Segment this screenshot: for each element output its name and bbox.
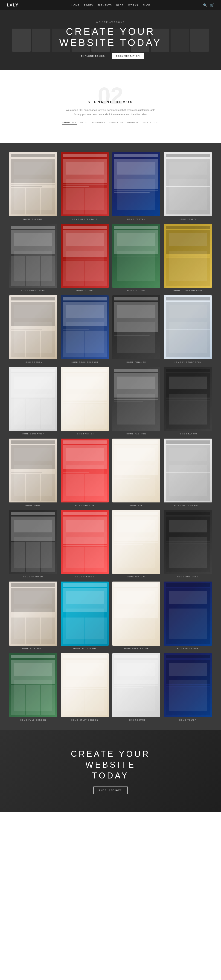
demo-thumb-inner (61, 295, 109, 359)
demo-card[interactable]: HOME RESUME (112, 653, 160, 721)
demo-card[interactable]: HOME PHOTOGRAPHY (164, 295, 212, 363)
demo-thumb-inner (9, 224, 57, 288)
demo-card[interactable]: HOME MAGAZINE (164, 582, 212, 649)
demo-card[interactable]: HOME FINANCE (112, 295, 160, 363)
demo-card-label: HOME SHOP (9, 504, 57, 506)
demo-thumb-inner (9, 367, 57, 431)
demo-thumbnail (61, 295, 109, 359)
demo-thumbnail (112, 439, 160, 503)
demo-thumb-inner (112, 510, 160, 574)
demo-thumb-inner (164, 653, 212, 717)
cta-title: CREATE YOUR WEBSITE TODAY (9, 749, 212, 781)
demo-thumbnail (9, 224, 57, 288)
demo-thumbnail (112, 510, 160, 574)
demo-card-label: HOME FULL SCREEN (9, 719, 57, 721)
demo-card[interactable]: HOME RESTAURANT (61, 152, 109, 220)
demo-card[interactable]: HOME CORPORATE (9, 224, 57, 292)
demo-card-label: HOME AGENCY (9, 361, 57, 363)
filter-minimal[interactable]: MINIMAL (127, 121, 139, 124)
nav-icons: 🔍 🛒 (203, 3, 214, 7)
demo-card[interactable]: HOME STARTUP (164, 367, 212, 435)
demo-thumb-inner (9, 152, 57, 216)
filter-portfolio[interactable]: PORTFOLIO (142, 121, 159, 124)
demo-thumbnail (61, 152, 109, 216)
demo-card-label: HOME MINIMAL (112, 576, 160, 578)
hero-section: WE ARE AWESOME CREATE YOUR WEBSITE TODAY… (0, 10, 221, 70)
explore-demos-button[interactable]: EXPLORE DEMOS (77, 53, 109, 59)
demo-thumbnail (61, 439, 109, 503)
nav-elements[interactable]: ELEMENTS (97, 4, 112, 7)
demo-card[interactable]: HOME CONSTRUCTION (164, 224, 212, 292)
demo-thumb-inner (164, 152, 212, 216)
demo-card[interactable]: HOME SPLIT SCREEN (61, 653, 109, 721)
demo-card[interactable]: HOME FASHION (61, 367, 109, 435)
filter-all[interactable]: SHOW ALL (62, 121, 77, 124)
demo-thumbnail (112, 367, 160, 431)
nav-pages[interactable]: PAGES (84, 4, 93, 7)
demo-thumbnail (112, 295, 160, 359)
navbar: LVLY HOME PAGES ELEMENTS BLOG WORKS SHOP… (0, 0, 221, 10)
demo-card[interactable]: HOME ARCHITECTURE (61, 295, 109, 363)
demo-card[interactable]: HOME STUDIO (112, 224, 160, 292)
nav-links: HOME PAGES ELEMENTS BLOG WORKS SHOP (72, 3, 150, 7)
demo-card[interactable]: HOME CLASSIC (9, 152, 57, 220)
demo-card[interactable]: HOME HEALTH (164, 152, 212, 220)
demo-card[interactable]: HOME TOWER (164, 653, 212, 721)
demo-thumbnail (61, 367, 109, 431)
logo[interactable]: LVLY (7, 3, 19, 8)
demo-thumbnail (164, 295, 212, 359)
demo-card[interactable]: HOME FASHION (112, 367, 160, 435)
search-icon[interactable]: 🔍 (203, 3, 207, 7)
nav-home[interactable]: HOME (72, 4, 79, 7)
demo-card[interactable]: HOME AGENCY (9, 295, 57, 363)
demo-card[interactable]: HOME BUSINESS (164, 510, 212, 578)
demo-card-label: HOME CLASSIC (9, 218, 57, 220)
filter-blog[interactable]: BLOG (81, 121, 88, 124)
demo-card[interactable]: HOME SHOP (9, 439, 57, 506)
demo-thumbnail (112, 152, 160, 216)
demos-intro-section: 02 STUNNING DEMOS We crafted 30+ homepag… (0, 70, 221, 143)
demo-thumbnail (61, 582, 109, 646)
hero-bg-thumb (32, 29, 51, 52)
demo-thumb-inner (164, 224, 212, 288)
demo-grid-section: HOME CLASSIC HOME RESTAURANT HOME TRAVEL… (0, 143, 221, 730)
demo-thumbnail (9, 152, 57, 216)
demo-card[interactable]: HOME MINIMAL (112, 510, 160, 578)
demo-card-label: HOME MAGAZINE (164, 648, 212, 649)
demo-thumbnail (9, 653, 57, 717)
demo-thumbnail (164, 510, 212, 574)
filter-tabs: SHOW ALL BLOG BUSINESS CREATIVE MINIMAL … (9, 121, 212, 124)
nav-works[interactable]: WORKS (128, 4, 138, 7)
demo-card[interactable]: HOME STARTER (9, 510, 57, 578)
demo-card[interactable]: HOME EDUCATION (9, 367, 57, 435)
demo-card[interactable]: HOME MUSIC (61, 224, 109, 292)
demo-thumb-inner (9, 582, 57, 646)
documentation-button[interactable]: DOCUMENTATION (112, 53, 144, 59)
filter-business[interactable]: BUSINESS (92, 121, 106, 124)
nav-shop[interactable]: SHOP (143, 4, 150, 7)
demo-thumbnail (9, 439, 57, 503)
demo-thumbnail (112, 653, 160, 717)
hero-bg-thumb (12, 29, 31, 52)
demo-card[interactable]: HOME PORTFOLIO (9, 582, 57, 649)
demo-thumbnail (164, 582, 212, 646)
filter-creative[interactable]: CREATIVE (109, 121, 123, 124)
demo-thumb-inner (61, 152, 109, 216)
demo-card-label: HOME CHURCH (61, 504, 109, 506)
cta-section: CREATE YOUR WEBSITE TODAY PURCHASE NOW (0, 730, 221, 812)
demo-thumbnail (164, 367, 212, 431)
nav-blog[interactable]: BLOG (116, 4, 124, 7)
demo-card[interactable]: HOME FREELANCER (112, 582, 160, 649)
purchase-button[interactable]: PURCHASE NOW (93, 786, 128, 794)
demo-card[interactable]: HOME TRAVEL (112, 152, 160, 220)
demo-card[interactable]: HOME CHURCH (61, 439, 109, 506)
demo-card[interactable]: HOME BLOG CLASSIC (164, 439, 212, 506)
cart-icon[interactable]: 🛒 (210, 3, 214, 7)
demo-card[interactable]: HOME BLOG GRID (61, 582, 109, 649)
demo-card-label: HOME RESTAURANT (61, 218, 109, 220)
demo-card[interactable]: HOME FULL SCREEN (9, 653, 57, 721)
demo-card[interactable]: HOME APP (112, 439, 160, 506)
demo-card-label: HOME CORPORATE (9, 290, 57, 292)
hero-bg-thumb (190, 29, 209, 52)
demo-card[interactable]: HOME FITNESS (61, 510, 109, 578)
